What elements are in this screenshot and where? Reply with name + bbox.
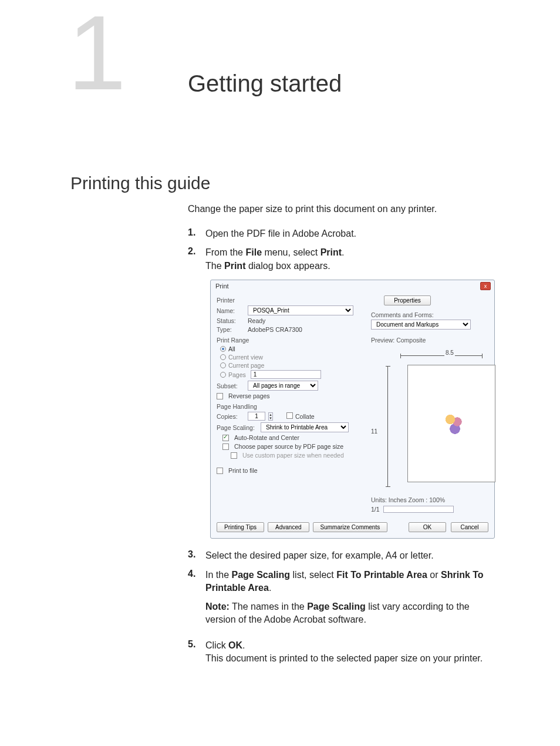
scaling-label: Page Scaling:: [217, 424, 258, 431]
step-4: 4. In the Page Scaling list, select Fit …: [188, 569, 495, 633]
comments-select[interactable]: Document and Markups: [371, 320, 471, 330]
subset-label: Subset:: [217, 382, 245, 389]
checkbox-icon: [222, 443, 229, 450]
ruler-width-value: 8.5: [444, 350, 455, 356]
checkbox-icon: [286, 412, 293, 419]
print-dialog: Print x Printer Name: POSQA_Print Status…: [210, 280, 495, 539]
radio-icon: [220, 346, 226, 352]
step-text: Click OK. This document is printed to th…: [205, 639, 495, 666]
print-to-file-checkbox[interactable]: Print to file: [217, 467, 364, 474]
cancel-button[interactable]: Cancel: [451, 522, 488, 532]
ruler-height-value: 11: [371, 428, 377, 435]
collate-checkbox[interactable]: Collate: [286, 412, 315, 420]
step-1: 1. Open the PDF file in Adobe Acrobat.: [188, 227, 495, 240]
preview-artwork-icon: [443, 412, 467, 436]
range-pages-radio[interactable]: Pages: [220, 370, 364, 379]
checkbox-icon: [217, 468, 223, 474]
status-label: Status:: [217, 317, 245, 324]
radio-icon: [220, 372, 226, 378]
step-2: 2. From the File menu, select Print. The…: [188, 246, 495, 273]
preview-label: Preview: Composite: [371, 337, 488, 344]
advanced-button[interactable]: Advanced: [268, 522, 309, 532]
range-all-radio[interactable]: All: [220, 345, 364, 352]
page-preview: [407, 365, 495, 482]
step-text: Open the PDF file in Adobe Acrobat.: [205, 227, 495, 240]
document-page: 1 Getting started Printing this guide Ch…: [0, 0, 560, 718]
section-title: Printing this guide: [70, 173, 495, 193]
checkbox-icon: [217, 393, 223, 399]
preview-area: 8.5 11: [371, 346, 488, 493]
custom-size-checkbox: Use custom paper size when needed: [231, 452, 364, 459]
spinner-icon[interactable]: ▲▼: [268, 412, 273, 421]
copies-input[interactable]: [248, 412, 265, 421]
dialog-titlebar: Print x: [211, 280, 494, 292]
checkbox-icon: [231, 452, 237, 459]
note: Note: The names in the Page Scaling list…: [205, 600, 495, 626]
copies-label: Copies:: [217, 413, 245, 420]
chapter-number: 1: [68, 0, 126, 106]
ruler-horizontal: [400, 355, 483, 356]
step-text: Select the desired paper size, for examp…: [205, 549, 495, 562]
step-number: 1.: [188, 227, 205, 240]
radio-icon: [220, 362, 226, 368]
printer-name-select[interactable]: POSQA_Print: [248, 305, 353, 315]
range-page-radio[interactable]: Current page: [220, 362, 364, 369]
units-zoom-label: Units: Inches Zoom : 100%: [371, 496, 488, 503]
status-value: Ready: [248, 317, 265, 324]
ok-button[interactable]: OK: [409, 522, 446, 532]
ruler-vertical: [387, 366, 388, 487]
range-view-radio[interactable]: Current view: [220, 354, 364, 361]
dialog-footer: Printing Tips Advanced Summarize Comment…: [211, 519, 494, 538]
step-number: 2.: [188, 246, 205, 273]
comments-label: Comments and Forms:: [371, 311, 488, 318]
dialog-left-panel: Printer Name: POSQA_Print Status: Ready …: [217, 295, 364, 513]
progress-bar: [383, 506, 454, 513]
close-icon[interactable]: x: [480, 282, 491, 290]
printing-tips-button[interactable]: Printing Tips: [217, 522, 264, 532]
reverse-checkbox[interactable]: Reverse pages: [217, 392, 364, 399]
step-text: From the File menu, select Print. The Pr…: [205, 246, 495, 273]
step-text: In the Page Scaling list, select Fit To …: [205, 569, 495, 633]
dialog-body: Printer Name: POSQA_Print Status: Ready …: [211, 292, 494, 519]
properties-button[interactable]: Properties: [384, 295, 431, 305]
step-number: 4.: [188, 569, 205, 633]
steps-list: 1. Open the PDF file in Adobe Acrobat. 2…: [188, 227, 495, 665]
printer-group-label: Printer: [217, 297, 364, 304]
page-handling-header: Page Handling: [217, 403, 364, 410]
radio-icon: [220, 354, 226, 360]
type-value: AdobePS CRA7300: [248, 326, 302, 333]
type-label: Type:: [217, 326, 245, 333]
checkbox-icon: [222, 435, 229, 441]
step-3: 3. Select the desired paper size, for ex…: [188, 549, 495, 562]
autorotate-checkbox[interactable]: Auto-Rotate and Center: [222, 434, 364, 441]
progress-row: 1/1: [371, 506, 488, 513]
progress-value: 1/1: [371, 506, 380, 513]
subset-select[interactable]: All pages in range: [248, 381, 318, 391]
chapter-title: Getting started: [188, 70, 495, 97]
step-number: 5.: [188, 639, 205, 666]
dialog-right-panel: Properties Comments and Forms: Document …: [371, 295, 488, 513]
step-number: 3.: [188, 549, 205, 562]
page-scaling-select[interactable]: Shrink to Printable Area: [261, 422, 349, 432]
print-range-header: Print Range: [217, 337, 364, 344]
summarize-comments-button[interactable]: Summarize Comments: [313, 522, 388, 532]
pages-input[interactable]: [251, 370, 321, 379]
section-intro: Change the paper size to print this docu…: [188, 204, 495, 214]
name-label: Name:: [217, 307, 245, 314]
dialog-title: Print: [215, 283, 229, 290]
choose-source-checkbox[interactable]: Choose paper source by PDF page size: [222, 443, 364, 450]
step-5: 5. Click OK. This document is printed to…: [188, 639, 495, 666]
